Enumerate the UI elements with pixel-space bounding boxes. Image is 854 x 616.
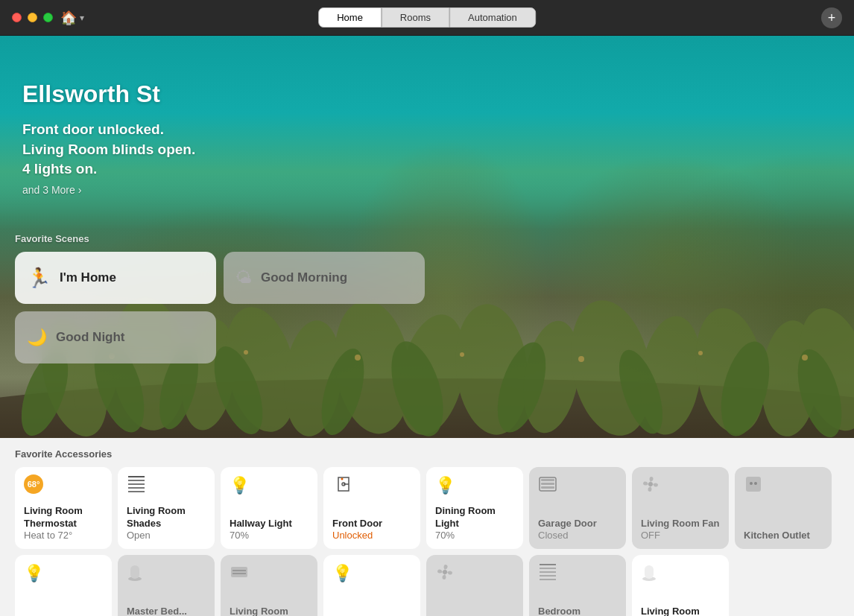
svg-rect-36 [128, 487, 145, 489]
master-homepod-name: Master Bed... HomePod [127, 606, 206, 617]
svg-point-44 [648, 482, 653, 486]
titlebar-left: 🏠 ▾ [12, 10, 84, 26]
svg-point-46 [750, 482, 753, 485]
scene-good-morning[interactable]: 🌤 Good Morning [224, 252, 425, 304]
scene-im-home[interactable]: 🏃 I'm Home [15, 252, 216, 304]
living-fan-icon [641, 474, 720, 498]
svg-rect-54 [540, 564, 556, 565]
good-night-icon: 🌙 [27, 329, 47, 346]
svg-rect-51 [233, 570, 246, 571]
good-morning-icon: 🌤 [235, 270, 252, 286]
master-homepod-icon [127, 562, 206, 586]
accessory-garage-door[interactable]: Garage Door Closed [529, 467, 626, 549]
svg-rect-55 [540, 568, 556, 569]
status-line-3: 4 lights on. [22, 159, 195, 180]
svg-rect-33 [128, 476, 145, 477]
accessory-kitchen-light[interactable]: Kitchen Light [15, 555, 112, 616]
accessory-master-homepod[interactable]: Master Bed... HomePod [118, 555, 215, 616]
svg-point-39 [341, 478, 344, 480]
minimize-button[interactable] [28, 13, 37, 22]
kitchen-outlet-icon [744, 474, 823, 498]
im-home-icon: 🏃 [27, 268, 51, 288]
lr-homepod-icon [641, 562, 720, 586]
hallway-light-status: 70% [230, 530, 309, 542]
house-icon: 🏠 [60, 10, 77, 26]
add-button[interactable]: + [821, 7, 842, 28]
svg-point-53 [443, 570, 447, 574]
accessory-shades[interactable]: Living Room Shades Open [118, 467, 215, 549]
garage-door-status: Closed [538, 530, 617, 542]
svg-rect-34 [128, 480, 145, 481]
svg-rect-37 [128, 491, 145, 492]
thermostat-name: Living Room Thermostat [24, 505, 103, 530]
kitchen-outlet-name: Kitchen Outlet [744, 530, 823, 542]
hallway-light-icon [230, 474, 309, 495]
titlebar: 🏠 ▾ Home Rooms Automation + [0, 0, 854, 36]
svg-rect-57 [540, 575, 556, 577]
bedroom-shades-icon [538, 562, 617, 586]
bedroom-shades-name: Bedroom Shades [538, 606, 617, 617]
svg-rect-43 [541, 486, 554, 489]
svg-rect-35 [128, 483, 145, 485]
front-door-status: Unlocked [332, 530, 411, 542]
scenes-grid: 🏃 I'm Home 🌤 Good Morning 🌙 Good Night [15, 252, 425, 363]
thermostat-status: Heat to 72° [24, 530, 103, 542]
maximize-button[interactable] [43, 13, 53, 22]
hallway-light-name: Hallway Light [230, 518, 309, 530]
garage-door-name: Garage Door [538, 518, 617, 530]
hero-section: Ellsworth St Front door unlocked. Living… [0, 36, 854, 438]
home-icon[interactable]: 🏠 ▾ [60, 10, 84, 26]
accessory-living-fan[interactable]: Living Room Fan OFF [632, 467, 729, 549]
kitchen-light-icon [24, 562, 103, 583]
front-door-name: Front Door [332, 518, 411, 530]
dining-light-name: Dining Room Light [435, 505, 514, 530]
traffic-lights [12, 13, 53, 22]
accessory-lr-homepod[interactable]: Living Room HomePod [632, 555, 729, 616]
svg-rect-49 [130, 565, 139, 579]
svg-rect-50 [231, 567, 247, 577]
tab-automation[interactable]: Automation [449, 7, 536, 28]
accessories-section-label: Favorite Accessories [15, 448, 839, 460]
accessories-row-1: 68° Living Room Thermostat Heat to 72° [15, 467, 839, 549]
lr-homepod-name: Living Room HomePod [641, 606, 720, 617]
status-line-2: Living Room blinds open. [22, 140, 195, 160]
accessories-row-2: Kitchen Light Master Bed... HomePod [15, 555, 839, 616]
dining-light-status: 70% [435, 530, 514, 542]
svg-rect-42 [541, 483, 554, 485]
accessory-front-door[interactable]: Front Door Unlocked [323, 467, 420, 549]
accessory-thermostat[interactable]: 68° Living Room Thermostat Heat to 72° [15, 467, 112, 549]
front-door-icon [332, 474, 411, 498]
good-night-label: Good Night [56, 330, 125, 345]
tab-rooms[interactable]: Rooms [382, 7, 449, 28]
dining-light-icon [435, 474, 514, 495]
nav-tabs: Home Rooms Automation [318, 7, 536, 28]
scene-good-night[interactable]: 🌙 Good Night [15, 311, 216, 363]
accessory-bedroom-fan[interactable]: Bedroom Fan [426, 555, 523, 616]
thermostat-temp-badge: 68° [24, 474, 43, 494]
accessory-bedroom-shades[interactable]: Bedroom Shades [529, 555, 626, 616]
tab-home[interactable]: Home [318, 7, 382, 28]
im-home-label: I'm Home [60, 270, 116, 285]
accessory-dining-light[interactable]: Dining Room Light 70% [426, 467, 523, 549]
accessory-kitchen-outlet[interactable]: Kitchen Outlet [735, 467, 832, 549]
bedroom-fan-icon [435, 562, 514, 586]
shades-status: Open [127, 530, 206, 542]
accessory-bedroom-light[interactable]: Bedroom Light [323, 555, 420, 616]
chevron-down-icon: ▾ [80, 13, 84, 23]
more-link[interactable]: and 3 More › [22, 184, 195, 196]
shades-icon [127, 474, 206, 498]
thermostat-badge: 68° [24, 474, 103, 497]
close-button[interactable] [12, 13, 22, 22]
hero-text: Ellsworth St Front door unlocked. Living… [22, 80, 195, 196]
svg-point-47 [754, 482, 757, 485]
smoke-det-name: Living Room Smoke Det... [230, 606, 309, 617]
smoke-det-icon [230, 562, 309, 586]
shades-name: Living Room Shades [127, 505, 206, 530]
svg-rect-41 [541, 479, 554, 481]
svg-rect-58 [540, 579, 556, 580]
living-fan-name: Living Room Fan [641, 518, 720, 530]
accessory-smoke-det[interactable]: Living Room Smoke Det... [221, 555, 317, 616]
garage-door-icon [538, 474, 617, 498]
accessory-hallway-light[interactable]: Hallway Light 70% [221, 467, 317, 549]
living-fan-status: OFF [641, 530, 720, 542]
